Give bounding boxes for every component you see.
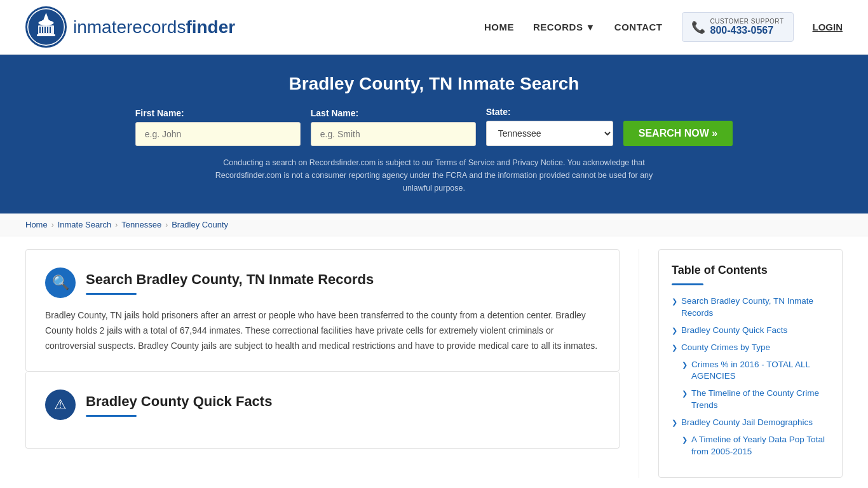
login-button[interactable]: LOGIN [813,22,843,32]
phone-icon: 📞 [691,20,705,34]
logo-text-regular: inmaterecords [73,17,186,37]
toc-item-3: ❯ Crimes % in 2016 - TOTAL ALL AGENCIES [672,359,829,383]
svg-rect-6 [39,27,41,33]
last-name-group: Last Name: [311,108,476,146]
svg-rect-9 [47,27,48,33]
toc-box: Table of Contents ❯ Search Bradley Count… [658,249,843,478]
section-header-quickfacts: ⚠ Bradley County Quick Facts [45,390,600,420]
search-button[interactable]: SEARCH NOW » [623,121,733,146]
toc-chevron-0: ❯ [672,297,677,306]
search-form: First Name: Last Name: State: Tennessee … [25,107,843,146]
first-name-input[interactable] [135,122,301,146]
breadcrumb-home[interactable]: Home [25,220,48,229]
toc-chevron-1: ❯ [672,327,677,335]
logo-area: inmaterecordsfinder [25,6,235,48]
svg-rect-10 [50,27,51,33]
section-title-quickfacts: Bradley County Quick Facts [86,393,272,410]
logo-text-bold: finder [186,17,235,37]
state-label: State: [486,107,511,117]
toc-item-2: ❯ County Crimes by Type [672,342,829,354]
hero-title: Bradley County, TN Inmate Search [25,74,843,94]
logo-text: inmaterecordsfinder [73,17,235,37]
svg-rect-11 [37,34,55,36]
hero-disclaimer: Conducting a search on Recordsfinder.com… [212,156,656,194]
toc-chevron-3: ❯ [682,361,688,369]
search-icon: 🔍 [52,274,69,291]
content-left: 🔍 Search Bradley County, TN Inmate Recor… [25,249,639,478]
toc-underline [672,283,703,285]
content-right: Table of Contents ❯ Search Bradley Count… [639,249,843,478]
toc-item-1: ❯ Bradley County Quick Facts [672,325,829,337]
breadcrumb-current: Bradley County [172,220,228,229]
svg-rect-8 [44,27,46,33]
svg-rect-7 [42,27,43,33]
alert-icon: ⚠ [54,396,67,413]
breadcrumb-tennessee[interactable]: Tennessee [121,220,161,229]
inmate-records-section: 🔍 Search Bradley County, TN Inmate Recor… [25,249,620,372]
section-header-records: 🔍 Search Bradley County, TN Inmate Recor… [45,268,600,298]
toc-chevron-2: ❯ [672,344,677,352]
toc-link-1[interactable]: Bradley County Quick Facts [681,325,787,337]
search-icon-circle: 🔍 [45,268,76,298]
toc-item-5: ❯ Bradley County Jail Demographics [672,417,829,429]
toc-link-2[interactable]: County Crimes by Type [681,342,770,354]
nav-records[interactable]: RECORDS ▼ [533,22,595,32]
customer-support-box: 📞 CUSTOMER SUPPORT 800-433-0567 [682,12,794,42]
main-nav: HOME RECORDS ▼ CONTACT 📞 CUSTOMER SUPPOR… [484,12,843,42]
state-select[interactable]: Tennessee Alabama Alaska Arizona Califor… [486,121,613,146]
svg-rect-3 [42,20,50,22]
logo-icon [25,6,67,48]
nav-contact[interactable]: CONTACT [614,22,663,32]
toc-chevron-6: ❯ [682,436,688,444]
toc-chevron-4: ❯ [682,390,688,398]
toc-chevron-5: ❯ [672,419,677,427]
section-body-records: Bradley County, TN jails hold prisoners … [45,308,600,353]
nav-home[interactable]: HOME [484,22,514,32]
toc-link-5[interactable]: Bradley County Jail Demographics [681,417,813,429]
section-title-records: Search Bradley County, TN Inmate Records [86,271,374,288]
last-name-label: Last Name: [311,108,358,118]
support-label: CUSTOMER SUPPORT [710,18,784,25]
breadcrumb: Home › Inmate Search › Tennessee › Bradl… [0,214,868,236]
support-phone: 800-433-0567 [710,25,784,36]
breadcrumb-sep-3: › [165,220,168,229]
toc-item-6: ❯ A Timeline of Yearly Data Pop Total fr… [672,434,829,458]
state-group: State: Tennessee Alabama Alaska Arizona … [486,107,613,146]
first-name-label: First Name: [135,108,184,118]
hero-banner: Bradley County, TN Inmate Search First N… [0,55,868,214]
toc-link-4[interactable]: The Timeline of the County Crime Trends [691,388,829,412]
toc-item-4: ❯ The Timeline of the County Crime Trend… [672,388,829,412]
section-title-underline-quickfacts [86,415,137,417]
breadcrumb-inmate-search[interactable]: Inmate Search [58,220,112,229]
section-title-underline-records [86,293,137,295]
main-content: 🔍 Search Bradley County, TN Inmate Recor… [0,236,868,488]
first-name-group: First Name: [135,108,301,146]
toc-link-6[interactable]: A Timeline of Yearly Data Pop Total from… [691,434,829,458]
breadcrumb-sep-1: › [51,220,54,229]
last-name-input[interactable] [311,122,476,146]
breadcrumb-sep-2: › [115,220,118,229]
quick-facts-section: ⚠ Bradley County Quick Facts [25,372,620,449]
toc-item-0: ❯ Search Bradley County, TN Inmate Recor… [672,295,829,320]
toc-link-0[interactable]: Search Bradley County, TN Inmate Records [681,295,829,320]
toc-title: Table of Contents [672,264,829,277]
header: inmaterecordsfinder HOME RECORDS ▼ CONTA… [0,0,868,55]
alert-icon-circle: ⚠ [45,390,76,420]
toc-link-3[interactable]: Crimes % in 2016 - TOTAL ALL AGENCIES [691,359,829,383]
